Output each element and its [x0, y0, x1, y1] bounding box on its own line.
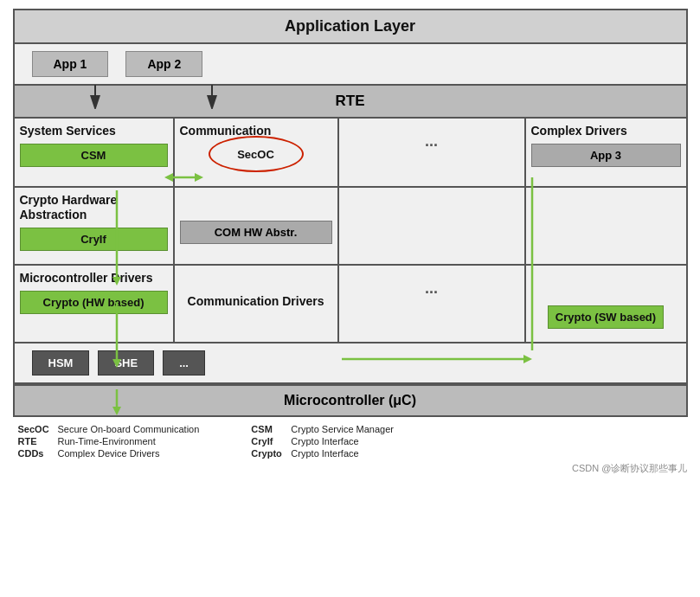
- main-columns-row1: System Services CSM Communication SecOC …: [15, 119, 686, 188]
- complex-drivers-col: Complex Drivers App 3: [526, 119, 686, 186]
- legend-left: SecOC Secure On-board Communication RTE …: [18, 424, 200, 459]
- legend-crypto-value: Crypto Interface: [291, 448, 358, 459]
- hsm-dots-box: ...: [163, 350, 205, 376]
- legend-cdds: CDDs Complex Device Drivers: [18, 448, 200, 459]
- application-layer-header: Application Layer: [15, 10, 686, 44]
- crypto-hw-header: Crypto Hardware Abstraction: [20, 193, 168, 222]
- middle-dots1: ...: [344, 124, 519, 159]
- com-hw-abstr-col: COM HW Abstr.: [175, 188, 339, 264]
- middle-col2: [339, 188, 526, 264]
- micro-drivers-row: Microcontroller Drivers Crypto (HW based…: [15, 266, 686, 343]
- app3-box: App 3: [531, 144, 681, 167]
- com-hw-abstr-box: COM HW Abstr.: [180, 221, 332, 244]
- legend-rte-value: Run-Time-Environment: [58, 436, 156, 446]
- mcu-bar: Microcontroller (μC): [15, 384, 686, 415]
- complex-col2: [526, 188, 686, 264]
- communication-header: Communication: [180, 124, 332, 138]
- legend-cryif-value: Crypto Interface: [291, 436, 358, 446]
- crypto-sw-box: Crypto (SW based): [548, 305, 664, 329]
- legend-rte-key: RTE: [18, 436, 53, 446]
- legend-secoc-key: SecOC: [18, 424, 53, 434]
- legend-right: CSM Crypto Service Manager CryIf Crypto …: [251, 424, 394, 459]
- legend-csm-key: CSM: [251, 424, 286, 434]
- legend-crypto: Crypto Crypto Interface: [251, 448, 394, 459]
- legend-rte: RTE Run-Time-Environment: [18, 436, 200, 446]
- crypto-sw-col: Crypto (SW based): [526, 266, 686, 342]
- app2-box: App 2: [125, 51, 202, 77]
- communication-col: Communication SecOC: [175, 119, 339, 186]
- legend-cryif-key: CryIf: [251, 436, 286, 446]
- hsm-box: HSM: [32, 350, 90, 376]
- legend-secoc: SecOC Secure On-board Communication: [18, 424, 200, 434]
- middle-col1: ...: [339, 119, 526, 186]
- legend-secoc-value: Secure On-board Communication: [58, 424, 200, 434]
- crypto-hw-based-box: Crypto (HW based): [20, 291, 168, 314]
- micro-drivers-col: Microcontroller Drivers Crypto (HW based…: [15, 266, 175, 342]
- system-services-col: System Services CSM: [15, 119, 175, 186]
- app-boxes-row: App 1 App 2: [15, 44, 686, 84]
- secoc-box: SecOC: [230, 144, 281, 165]
- hsm-row: HSM SHE ...: [15, 343, 686, 384]
- she-box: SHE: [98, 350, 154, 376]
- application-layer-title: Application Layer: [285, 17, 415, 35]
- legend: SecOC Secure On-board Communication RTE …: [13, 424, 688, 459]
- system-services-header: System Services: [20, 124, 168, 138]
- hwabstr-row: Crypto Hardware Abstraction CryIf COM HW…: [15, 188, 686, 266]
- legend-crypto-key: Crypto: [251, 448, 286, 459]
- complex-drivers-header: Complex Drivers: [531, 124, 681, 138]
- comm-drivers-header: Communication Drivers: [188, 294, 324, 309]
- secoc-container: SecOC: [180, 144, 332, 165]
- crypto-hw-col: Crypto Hardware Abstraction CryIf: [15, 188, 175, 264]
- middle-dots2: ...: [344, 271, 519, 306]
- app1-box: App 1: [32, 51, 109, 77]
- legend-cdds-key: CDDs: [18, 448, 53, 459]
- micro-drivers-header: Microcontroller Drivers: [20, 271, 168, 286]
- legend-cryif: CryIf Crypto Interface: [251, 436, 394, 446]
- legend-csm: CSM Crypto Service Manager: [251, 424, 394, 434]
- comm-drivers-col: Communication Drivers: [175, 266, 339, 342]
- csm-box: CSM: [20, 144, 168, 167]
- watermark: CSDN @诊断协议那些事儿: [13, 462, 688, 475]
- cryif-box: CryIf: [20, 228, 168, 251]
- rte-layer: RTE: [15, 84, 686, 119]
- legend-csm-value: Crypto Service Manager: [291, 424, 394, 434]
- middle-col3: ...: [339, 266, 526, 342]
- legend-cdds-value: Complex Device Drivers: [58, 448, 160, 459]
